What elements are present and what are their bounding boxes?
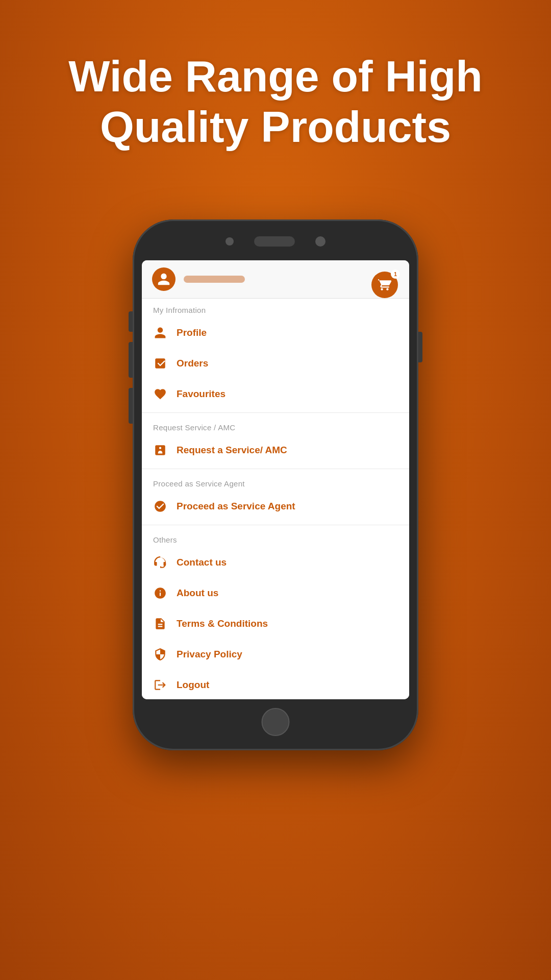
menu-item-favourites[interactable]: Favourites xyxy=(142,379,409,409)
app-header: 1 xyxy=(142,260,409,299)
service-icon xyxy=(153,443,167,457)
divider-1 xyxy=(142,412,409,413)
menu-label-terms: Terms & Conditions xyxy=(177,618,268,629)
agent-icon xyxy=(153,499,167,513)
menu-label-profile: Profile xyxy=(177,327,207,338)
menu-label-contact-us: Contact us xyxy=(177,557,227,568)
section-service-agent: Proceed as Service Agent xyxy=(142,472,409,491)
cart-count: 1 xyxy=(391,270,400,279)
heart-icon xyxy=(153,387,167,401)
menu-item-terms[interactable]: Terms & Conditions xyxy=(142,608,409,639)
menu-item-proceed-agent[interactable]: Proceed as Service Agent xyxy=(142,491,409,522)
headline-text: Wide Range of High Quality Products xyxy=(31,51,520,152)
phone-shell: 1 My Infromation Profile xyxy=(133,219,418,750)
volume-silent-button xyxy=(129,311,133,332)
orders-icon xyxy=(153,356,167,371)
user-name-bar xyxy=(184,276,245,283)
app-drawer: 1 My Infromation Profile xyxy=(142,260,409,699)
info-icon xyxy=(153,586,167,600)
front-camera xyxy=(226,237,234,246)
menu-item-privacy[interactable]: Privacy Policy xyxy=(142,639,409,670)
privacy-icon xyxy=(153,647,167,662)
avatar xyxy=(152,267,176,291)
volume-up-button xyxy=(129,342,133,378)
menu-label-privacy: Privacy Policy xyxy=(177,649,242,660)
menu-label-orders: Orders xyxy=(177,358,208,369)
cart-icon-bg: 1 xyxy=(371,272,398,298)
menu-item-contact-us[interactable]: Contact us xyxy=(142,547,409,578)
menu-label-proceed-agent: Proceed as Service Agent xyxy=(177,501,295,512)
front-sensor xyxy=(315,236,325,247)
section-others: Others xyxy=(142,528,409,547)
menu-label-logout: Logout xyxy=(177,679,209,691)
menu-item-request-service[interactable]: Request a Service/ AMC xyxy=(142,435,409,465)
menu-label-favourites: Favourites xyxy=(177,388,226,400)
section-request-service: Request Service / AMC xyxy=(142,416,409,435)
menu-item-about-us[interactable]: About us xyxy=(142,578,409,608)
document-icon xyxy=(153,617,167,631)
menu-label-about-us: About us xyxy=(177,587,218,599)
menu-item-logout[interactable]: Logout xyxy=(142,670,409,699)
person-icon xyxy=(153,326,167,340)
headline-section: Wide Range of High Quality Products xyxy=(0,51,551,152)
power-button xyxy=(418,332,422,362)
phone-screen: 1 My Infromation Profile xyxy=(142,260,409,699)
section-my-information: My Infromation xyxy=(142,299,409,317)
menu-label-request-service: Request a Service/ AMC xyxy=(177,445,287,456)
headset-icon xyxy=(153,555,167,570)
volume-down-button xyxy=(129,388,133,424)
divider-3 xyxy=(142,525,409,525)
logout-icon xyxy=(153,678,167,692)
home-button[interactable] xyxy=(262,708,290,736)
menu-item-orders[interactable]: Orders xyxy=(142,348,409,379)
phone-mockup: 1 My Infromation Profile xyxy=(133,219,418,750)
menu-item-profile[interactable]: Profile xyxy=(142,317,409,348)
divider-2 xyxy=(142,469,409,469)
speaker-grill xyxy=(254,236,295,247)
phone-top-bar xyxy=(133,219,418,263)
